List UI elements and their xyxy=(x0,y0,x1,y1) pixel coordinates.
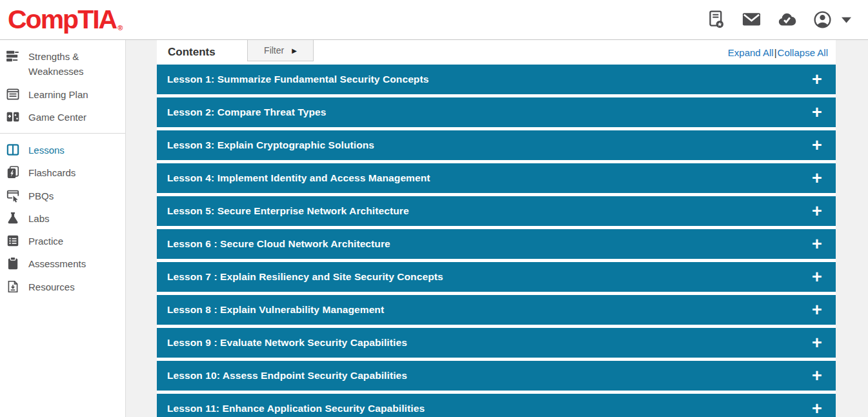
labs-icon xyxy=(6,211,20,225)
sidebar-item-label: Strengths & Weaknesses xyxy=(28,49,119,79)
sidebar-item-practice[interactable]: Practice xyxy=(0,230,125,252)
lesson-row[interactable]: Lesson 8 : Explain Vulnerability Managem… xyxy=(157,295,836,325)
expand-plus-icon[interactable]: + xyxy=(809,330,825,356)
expand-plus-icon[interactable]: + xyxy=(809,231,825,257)
cloud-check-icon[interactable] xyxy=(777,10,797,30)
transcript-icon[interactable] xyxy=(706,10,726,30)
sidebar-item-label: Assessments xyxy=(28,256,86,271)
filter-caret-icon: ▶ xyxy=(292,47,297,54)
lesson-title: Lesson 5: Secure Enterprise Network Arch… xyxy=(167,205,409,217)
lesson-row[interactable]: Lesson 1: Summarize Fundamental Security… xyxy=(157,65,836,94)
lesson-title: Lesson 11: Enhance Application Security … xyxy=(167,403,425,414)
sidebar-item-pbqs[interactable]: PBQs xyxy=(0,185,125,207)
sidebar-item-label: Game Center xyxy=(28,110,86,125)
sidebar-item-label: Lessons xyxy=(28,143,65,158)
sidebar-item-labs[interactable]: Labs xyxy=(0,207,125,230)
lesson-title: Lesson 7 : Explain Resiliency and Site S… xyxy=(167,271,443,283)
registered-mark: ® xyxy=(117,25,123,32)
expand-plus-icon[interactable]: + xyxy=(809,396,825,417)
filter-button[interactable]: Filter ▶ xyxy=(247,40,314,61)
contents-header: Contents Filter ▶ Expand All|Collapse Al… xyxy=(157,40,836,65)
lesson-row[interactable]: Lesson 6 : Secure Cloud Network Architec… xyxy=(157,229,836,259)
expand-plus-icon[interactable]: + xyxy=(809,198,825,224)
expand-plus-icon[interactable]: + xyxy=(809,297,825,323)
expand-plus-icon[interactable]: + xyxy=(809,165,825,191)
page-body: Strengths & WeaknessesLearning PlanGame … xyxy=(0,40,868,417)
sidebar-item-lessons[interactable]: Lessons xyxy=(0,139,125,161)
expand-all-link[interactable]: Expand All xyxy=(728,47,774,58)
top-header: CompTIA ® xyxy=(0,0,868,40)
sidebar-item-learning-plan[interactable]: Learning Plan xyxy=(0,83,125,106)
expand-plus-icon[interactable]: + xyxy=(809,363,825,389)
filter-button-label: Filter xyxy=(264,45,284,56)
lesson-title: Lesson 8 : Explain Vulnerability Managem… xyxy=(167,304,384,316)
lesson-row[interactable]: Lesson 9 : Evaluate Network Security Cap… xyxy=(157,328,836,358)
lesson-title: Lesson 1: Summarize Fundamental Security… xyxy=(167,74,429,85)
header-icons xyxy=(706,10,851,30)
practice-icon xyxy=(6,234,20,248)
lesson-row[interactable]: Lesson 10: Assess Endpoint Security Capa… xyxy=(157,361,836,391)
sidebar-item-game-center[interactable]: Game Center xyxy=(0,106,125,128)
sidebar: Strengths & WeaknessesLearning PlanGame … xyxy=(0,40,126,417)
mail-icon[interactable] xyxy=(742,10,762,30)
links-separator: | xyxy=(774,47,777,58)
lesson-row[interactable]: Lesson 5: Secure Enterprise Network Arch… xyxy=(157,196,836,226)
expand-plus-icon[interactable]: + xyxy=(809,132,825,158)
pbqs-icon xyxy=(6,188,20,203)
strengths-weaknesses-icon xyxy=(6,49,20,63)
lesson-row[interactable]: Lesson 4: Implement Identity and Access … xyxy=(157,163,836,193)
sidebar-item-label: Flashcards xyxy=(28,165,76,180)
lesson-row[interactable]: Lesson 7 : Explain Resiliency and Site S… xyxy=(157,262,836,292)
resources-icon xyxy=(6,280,20,294)
collapse-all-link[interactable]: Collapse All xyxy=(778,47,828,58)
lessons-panel: Contents Filter ▶ Expand All|Collapse Al… xyxy=(157,40,836,417)
lesson-title: Lesson 2: Compare Threat Types xyxy=(167,107,326,118)
sidebar-item-assessments[interactable]: Assessments xyxy=(0,252,125,275)
sidebar-item-label: Learning Plan xyxy=(28,87,88,102)
game-center-icon xyxy=(6,110,20,124)
lesson-title: Lesson 3: Explain Cryptographic Solution… xyxy=(167,139,374,151)
sidebar-item-resources[interactable]: Resources xyxy=(0,276,125,298)
expand-collapse-links: Expand All|Collapse All xyxy=(728,47,828,58)
assessments-icon xyxy=(6,256,20,270)
lesson-title: Lesson 9 : Evaluate Network Security Cap… xyxy=(167,337,407,349)
lesson-row[interactable]: Lesson 11: Enhance Application Security … xyxy=(157,394,836,417)
sidebar-item-flashcards[interactable]: Flashcards xyxy=(0,161,125,184)
lessons-icon xyxy=(6,143,20,157)
flashcards-icon xyxy=(6,165,20,179)
profile-icon[interactable] xyxy=(812,10,833,30)
page-title: Contents xyxy=(168,46,216,59)
sidebar-divider xyxy=(0,133,125,134)
comptia-logo-text: CompTIA xyxy=(8,6,116,33)
expand-plus-icon[interactable]: + xyxy=(809,264,825,290)
lesson-title: Lesson 6 : Secure Cloud Network Architec… xyxy=(167,238,390,250)
learning-plan-icon xyxy=(6,87,20,101)
sidebar-item-label: PBQs xyxy=(28,188,54,203)
sidebar-item-label: Resources xyxy=(28,280,75,294)
expand-plus-icon[interactable]: + xyxy=(809,66,825,92)
sidebar-item-strengths-weaknesses[interactable]: Strengths & Weaknesses xyxy=(0,45,125,83)
lesson-row[interactable]: Lesson 2: Compare Threat Types+ xyxy=(157,97,836,127)
lessons-accordion: Lesson 1: Summarize Fundamental Security… xyxy=(157,65,836,417)
sidebar-item-label: Practice xyxy=(28,234,63,249)
lesson-title: Lesson 4: Implement Identity and Access … xyxy=(167,172,430,184)
comptia-logo[interactable]: CompTIA ® xyxy=(8,6,123,33)
lesson-row[interactable]: Lesson 3: Explain Cryptographic Solution… xyxy=(157,130,836,160)
expand-plus-icon[interactable]: + xyxy=(809,99,825,125)
sidebar-item-label: Labs xyxy=(28,211,50,226)
caret-down-icon[interactable] xyxy=(848,17,851,23)
lesson-title: Lesson 10: Assess Endpoint Security Capa… xyxy=(167,370,407,381)
